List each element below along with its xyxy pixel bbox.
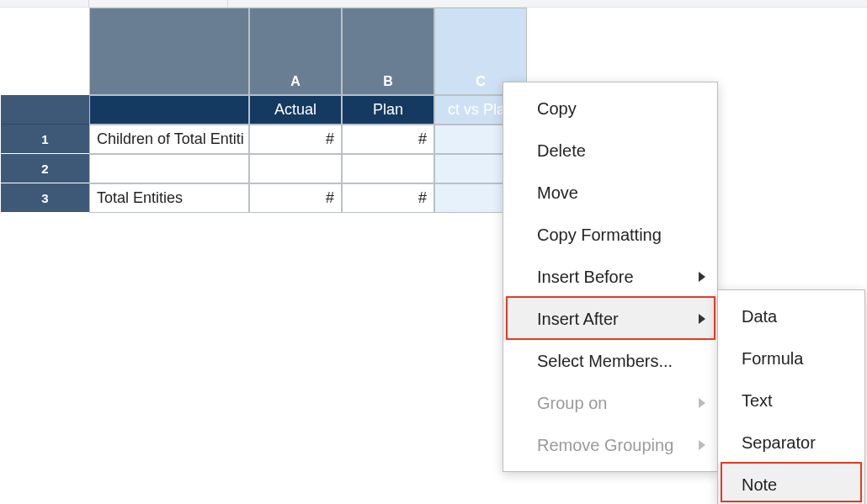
submenu-item-separator[interactable]: Separator (718, 422, 864, 464)
data-cell[interactable]: # (342, 183, 434, 213)
data-cell[interactable]: # (249, 183, 342, 213)
menu-item-label: Select Members... (537, 352, 673, 371)
submenu-item-formula[interactable]: Formula (718, 337, 864, 379)
data-cell[interactable]: # (342, 125, 434, 154)
menu-item-move[interactable]: Move (503, 172, 717, 214)
row-number[interactable]: 1 (1, 125, 89, 154)
menu-item-label: Delete (537, 141, 586, 161)
row-number[interactable]: 3 (1, 183, 89, 213)
label-column-header (89, 8, 249, 95)
row-number[interactable]: 2 (1, 154, 89, 183)
menu-item-delete[interactable]: Delete (503, 130, 717, 172)
submenu-item-note[interactable]: Note (718, 464, 864, 504)
context-menu: Copy Delete Move Copy Formatting Insert … (503, 82, 718, 472)
menu-item-label: Separator (742, 433, 816, 453)
row-label[interactable] (89, 154, 249, 183)
submenu-arrow-icon (699, 398, 705, 408)
submenu-arrow-icon (699, 272, 705, 282)
menu-item-label: Move (537, 183, 578, 203)
menu-item-label: Copy Formatting (537, 225, 662, 245)
submenu-item-data[interactable]: Data (718, 295, 864, 337)
row-label[interactable]: Children of Total Entiti (89, 125, 249, 154)
menu-item-label: Formula (742, 349, 803, 369)
toolbar-strip (0, 0, 867, 8)
menu-item-label: Data (742, 307, 777, 326)
submenu-arrow-icon (699, 314, 705, 324)
submenu-arrow-icon (699, 440, 705, 450)
column-name[interactable]: Actual (249, 95, 342, 125)
menu-item-label: Copy (537, 99, 577, 119)
data-cell[interactable]: # (249, 125, 342, 154)
menu-item-insert-after[interactable]: Insert After (503, 298, 717, 340)
row-gutter-header (1, 8, 89, 95)
menu-item-label: Note (742, 475, 777, 495)
column-name[interactable]: Plan (342, 95, 434, 125)
row-gutter-band (1, 95, 89, 125)
column-letter[interactable]: B (342, 8, 434, 95)
menu-item-copy-formatting[interactable]: Copy Formatting (503, 214, 717, 256)
label-column-subheader (89, 95, 249, 125)
context-submenu-insert-after: Data Formula Text Separator Note (717, 289, 865, 504)
menu-item-copy[interactable]: Copy (503, 88, 717, 130)
data-cell[interactable] (342, 154, 434, 183)
submenu-item-text[interactable]: Text (718, 379, 864, 422)
data-cell[interactable] (249, 154, 342, 183)
row-label[interactable]: Total Entities (89, 183, 249, 213)
menu-item-group-on: Group on (503, 382, 717, 424)
menu-item-remove-grouping: Remove Grouping (503, 424, 717, 466)
column-letter[interactable]: A (249, 8, 342, 95)
menu-item-select-members[interactable]: Select Members... (503, 340, 717, 382)
menu-item-label: Insert After (537, 310, 619, 329)
menu-item-label: Text (742, 391, 773, 411)
menu-item-label: Insert Before (537, 268, 634, 287)
menu-item-label: Remove Grouping (537, 436, 673, 455)
menu-item-insert-before[interactable]: Insert Before (503, 256, 717, 298)
menu-item-label: Group on (537, 394, 607, 413)
